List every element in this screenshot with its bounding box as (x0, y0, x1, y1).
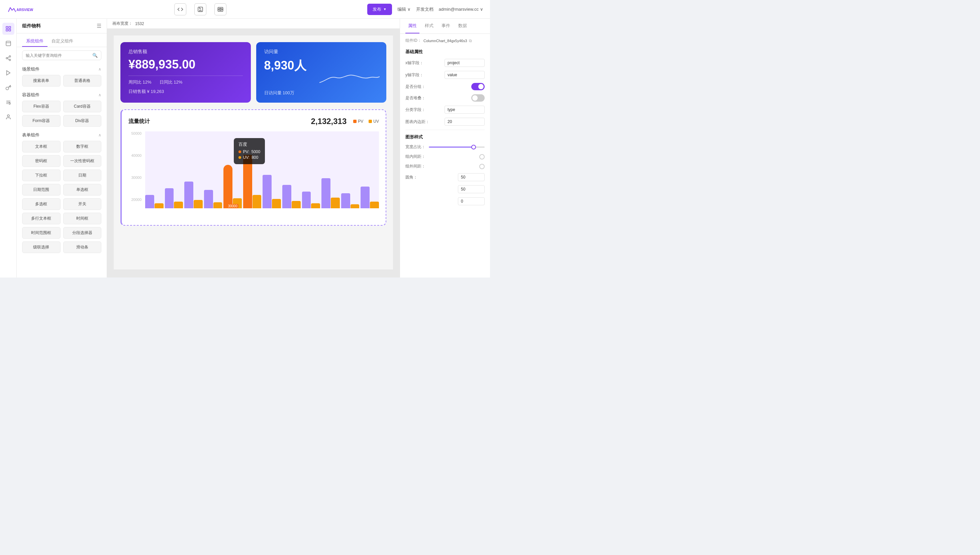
radius-input-1[interactable] (458, 173, 485, 181)
comp-textarea[interactable]: 多行文本框 (22, 213, 61, 225)
inner-gap-label: 组内间距： (405, 154, 429, 159)
sidebar-item-share[interactable] (2, 52, 14, 64)
sales-label: 总销售额 (129, 49, 243, 55)
x-axis-input[interactable] (445, 59, 485, 67)
comp-date[interactable]: 日期 (63, 170, 102, 181)
comp-flex[interactable]: Flex容器 (22, 101, 61, 112)
chart-legend: PV UV (353, 119, 379, 124)
bar-uv-3 (194, 200, 203, 208)
outer-gap-radio[interactable] (479, 164, 485, 169)
comp-number-field[interactable]: 数字框 (63, 141, 102, 152)
panel-tabs: 系统组件 自定义组件 (17, 34, 107, 47)
stat-card-visits: 访问量 8,930人 日访问量 100万 (256, 42, 387, 103)
comp-time-range[interactable]: 时间范围框 (22, 227, 61, 239)
prop-width-ratio: 宽度占比： (405, 144, 485, 150)
component-scroll: 场景组件 ∧ 搜索表单 普通表格 容器组件 ∧ Flex容器 Card容器 Fo… (17, 64, 107, 278)
tab-system-components[interactable]: 系统组件 (22, 36, 48, 47)
user-chevron-icon: ∨ (480, 7, 483, 12)
bar-pv-8 (282, 185, 291, 208)
prop-y-axis: y轴字段： (405, 71, 485, 79)
tab-data[interactable]: 数据 (456, 19, 469, 34)
group-toggle[interactable] (471, 83, 485, 90)
svg-rect-1 (198, 7, 203, 12)
chart-total: 2,132,313 (311, 117, 347, 126)
scene-group-arrow-icon: ∧ (98, 67, 101, 72)
save-button[interactable] (194, 3, 206, 15)
comp-radio[interactable]: 单选框 (63, 184, 102, 196)
bar-group-8 (282, 185, 301, 208)
publish-button[interactable]: 发布 ▼ (367, 4, 392, 15)
comp-form[interactable]: Form容器 (22, 115, 61, 127)
tab-styles[interactable]: 样式 (422, 19, 436, 34)
visits-sparkline (320, 69, 380, 89)
svg-line-14 (7, 57, 9, 58)
preview-button[interactable] (214, 3, 227, 15)
canvas-content[interactable]: 总销售额 ¥889,935.00 周同比 12% 日同比 12% 日销售额 ¥ … (107, 29, 400, 278)
container-comp-grid: Flex容器 Card容器 Form容器 Div容器 (22, 101, 101, 127)
sidebar-item-function[interactable] (2, 96, 14, 108)
comp-date-range[interactable]: 日期范围 (22, 184, 61, 196)
legend-uv-dot (369, 120, 372, 123)
svg-point-10 (9, 56, 11, 58)
container-group-arrow-icon: ∧ (98, 93, 101, 97)
y-axis: 50000 40000 30000 20000 (129, 132, 143, 202)
comp-switch[interactable]: 开关 (63, 198, 102, 210)
category-input[interactable] (445, 106, 485, 114)
sidebar-item-play[interactable] (2, 67, 14, 79)
user-menu[interactable]: admin@marsview.cc ∨ (439, 7, 483, 12)
y-axis-label: y轴字段： (405, 72, 429, 78)
group-label: 是否分组： (405, 84, 429, 90)
x-axis-label: x轴字段： (405, 60, 429, 66)
tab-custom-components[interactable]: 自定义组件 (48, 36, 77, 47)
outer-gap-label: 组外间距： (405, 164, 429, 169)
inner-gap-radio[interactable] (479, 154, 485, 159)
y-axis-input[interactable] (445, 71, 485, 79)
stack-toggle[interactable] (471, 94, 485, 102)
header-right: 发布 ▼ 编辑 ∨ 开发文档 admin@marsview.cc ∨ (367, 4, 483, 15)
chart-section[interactable]: 流量统计 2,132,313 PV UV (120, 109, 386, 226)
comp-group-form-header[interactable]: 表单组件 ∧ (22, 129, 101, 141)
prop-stack: 是否堆叠： (405, 94, 485, 102)
tab-properties[interactable]: 属性 (405, 19, 419, 34)
comp-dropdown[interactable]: 下拉框 (22, 170, 61, 181)
bar-group-11 (341, 193, 360, 208)
width-ratio-slider-thumb[interactable] (471, 145, 476, 149)
comp-group-container-header[interactable]: 容器组件 ∧ (22, 89, 101, 101)
radius-input-3[interactable] (458, 197, 485, 205)
bar-uv-10 (331, 197, 340, 208)
comp-div[interactable]: Div容器 (63, 115, 102, 127)
comp-text-field[interactable]: 文本框 (22, 141, 61, 152)
sidebar-item-layout[interactable] (2, 37, 14, 50)
legend-uv: UV (369, 119, 379, 124)
form-comp-grid: 文本框 数字框 密码框 一次性密码框 下拉框 日期 日期范围 单选框 多选框 开… (22, 141, 101, 253)
docs-link[interactable]: 开发文档 (416, 6, 434, 12)
edit-link[interactable]: 编辑 ∨ (397, 6, 411, 12)
sidebar-item-key[interactable] (2, 82, 14, 94)
comp-normal-table[interactable]: 普通表格 (63, 75, 102, 87)
panel-menu-icon[interactable]: ☰ (96, 23, 101, 29)
comp-card[interactable]: Card容器 (63, 101, 102, 112)
sidebar-item-user[interactable] (2, 111, 14, 123)
comp-cascader[interactable]: 级联选择 (22, 241, 61, 253)
comp-otp[interactable]: 一次性密码框 (63, 155, 102, 167)
search-input[interactable] (26, 53, 90, 58)
edit-chevron-icon: ∨ (407, 7, 411, 12)
padding-input[interactable] (445, 118, 485, 126)
svg-point-11 (6, 58, 8, 59)
copy-id-button[interactable]: ⧉ (469, 38, 472, 43)
radius-input-2[interactable] (458, 185, 485, 193)
comp-segmented[interactable]: 分段选择器 (63, 227, 102, 239)
sidebar-item-components[interactable] (2, 23, 14, 35)
comp-search-form[interactable]: 搜索表单 (22, 75, 61, 87)
header: ARSVIEW 发布 ▼ 编辑 ∨ 开发文档 admin@marsview.cc… (0, 0, 490, 19)
width-ratio-slider-track[interactable] (429, 146, 485, 148)
chart-body: 百度 PV: 5000 UV: 800 (129, 132, 379, 218)
comp-group-scene-header[interactable]: 场景组件 ∧ (22, 64, 101, 75)
comp-checkbox[interactable]: 多选框 (22, 198, 61, 210)
comp-slider[interactable]: 滑动条 (63, 241, 102, 253)
comp-password[interactable]: 密码框 (22, 155, 61, 167)
logo: ARSVIEW (7, 4, 34, 15)
code-button[interactable] (174, 3, 186, 15)
comp-time[interactable]: 时间框 (63, 213, 102, 225)
tab-events[interactable]: 事件 (439, 19, 453, 34)
